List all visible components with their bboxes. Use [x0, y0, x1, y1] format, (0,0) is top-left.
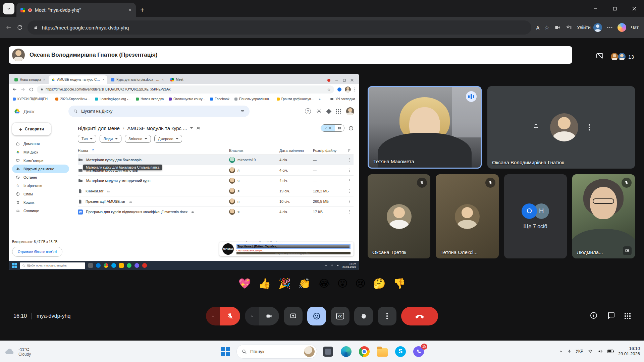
reaction-clap[interactable]: 👏	[298, 279, 311, 289]
video-tile-makhometa[interactable]: Тетяна Махомета	[368, 86, 482, 169]
tab-close-icon[interactable]: ×	[43, 78, 45, 81]
share-person-icon[interactable]	[196, 126, 201, 130]
video-tile-tretiak[interactable]: Оксана Третяк	[368, 174, 430, 258]
whatsapp-icon[interactable]	[127, 263, 131, 268]
back-icon[interactable]	[12, 87, 17, 92]
tray-chevron-icon[interactable]	[558, 350, 563, 353]
tab-close-icon[interactable]	[128, 8, 132, 12]
start-icon[interactable]	[12, 263, 17, 268]
volume-icon[interactable]	[597, 349, 603, 354]
column-size[interactable]: Розмір файлу	[313, 148, 345, 153]
app-icon[interactable]	[142, 263, 147, 268]
wifi-icon[interactable]	[330, 264, 334, 267]
sidebar-item-shared-with-me[interactable]: Відкриті для мене	[12, 165, 69, 173]
bookmark-item[interactable]: Новая вкладка	[136, 97, 164, 101]
new-tab-button[interactable]	[137, 5, 147, 15]
file-row[interactable]: Матеріали модуля у методичний курс я 4 с…	[78, 176, 354, 186]
row-menu-icon[interactable]	[345, 210, 354, 214]
row-menu-icon[interactable]	[345, 179, 354, 183]
close-button[interactable]	[625, 0, 644, 17]
mic-mute-button[interactable]	[220, 307, 240, 325]
camera-options-chevron[interactable]	[245, 307, 259, 325]
volume-icon[interactable]	[336, 264, 340, 267]
refresh-icon[interactable]	[29, 87, 34, 92]
tab-close-icon[interactable]: ×	[103, 78, 105, 81]
file-row[interactable]: Матеріали курсу для бакалаврів mironets1…	[78, 155, 354, 165]
language-indicator[interactable]: УКР	[576, 349, 583, 354]
drive-search[interactable]: Шукати на Диску	[68, 106, 250, 117]
video-tile-liudmyla[interactable]: Людмила...	[572, 174, 635, 258]
filter-tune-icon[interactable]	[240, 109, 245, 113]
settings-gear-icon[interactable]	[316, 109, 322, 114]
reaction-sad[interactable]: 😢	[355, 279, 366, 289]
raise-hand-button[interactable]	[354, 307, 373, 325]
activities-grid-icon[interactable]	[625, 313, 631, 319]
chevron-up-icon[interactable]	[324, 264, 328, 267]
signin-button[interactable]: Увійти	[577, 23, 602, 32]
get-more-storage-button[interactable]: Отримати більше пам'яті	[12, 247, 62, 257]
breadcrumb-caret-icon[interactable]	[190, 127, 193, 130]
tab-actions-button[interactable]	[3, 3, 14, 14]
reaction-party[interactable]: 🎉	[278, 279, 291, 289]
battery-icon[interactable]	[607, 350, 614, 354]
chat-icon[interactable]	[607, 311, 615, 321]
close-icon[interactable]	[351, 79, 354, 82]
favorite-star-icon[interactable]	[544, 24, 549, 31]
row-menu-icon[interactable]	[345, 168, 354, 172]
bookmark-star-icon[interactable]: ☆	[327, 87, 331, 92]
sidebar-item-mydrive[interactable]: Мій диск	[12, 148, 69, 156]
file-row[interactable]: Програма для курсів підвищення кваліфіка…	[78, 207, 354, 217]
list-view-toggle[interactable]	[321, 125, 335, 131]
taskbar-search[interactable]: Пошук	[236, 345, 317, 359]
sidebar-item-storage[interactable]: Сховище	[12, 206, 69, 215]
reaction-surprised[interactable]: 😮	[337, 279, 348, 289]
browser-tab[interactable]: Meet: "mya-dvdp-yhq"	[16, 3, 136, 17]
column-name[interactable]: Назва	[78, 148, 229, 153]
more-options-button[interactable]	[378, 307, 396, 325]
details-info-icon[interactable]	[348, 126, 354, 131]
reactions-button[interactable]	[307, 307, 326, 325]
bookmark-item[interactable]: КУРСИ ПІДВИЩЕН...	[13, 97, 50, 101]
shared-search-box[interactable]: Щоби почати пошук, введіть	[20, 262, 85, 269]
shared-address-bar[interactable]: https://drive.google.com/drive/folders/1…	[37, 85, 334, 94]
file-row[interactable]: Презентації AMUSE.rar я 10 січ. 260,5 МБ	[78, 196, 354, 207]
wifi-icon[interactable]	[587, 349, 593, 354]
shared-tab[interactable]: Курс для магістрів.docx - Goo×	[108, 75, 167, 84]
chip-type[interactable]: Тип	[78, 135, 96, 143]
video-tile-others[interactable]: O H Ще 7 осіб	[504, 174, 567, 258]
camera-icon[interactable]	[554, 25, 561, 30]
column-date[interactable]: Дата змінення	[279, 148, 313, 153]
bookmark-item[interactable]: Панель управління...	[234, 97, 272, 101]
sidebar-item-spam[interactable]: Спам	[12, 190, 69, 198]
sidebar-item-starred[interactable]: ☆Із зірочкою	[12, 181, 69, 190]
viber-icon[interactable]	[135, 263, 139, 268]
tab-close-icon[interactable]: ×	[162, 78, 164, 81]
reaction-heart[interactable]: 💖	[238, 279, 251, 289]
shared-tab-active[interactable]: AMUSE модуль та курс Серед×	[49, 75, 107, 84]
taskbar-clock[interactable]: 16:10 23.01.2026	[618, 346, 640, 357]
chrome-button[interactable]	[357, 345, 371, 359]
weather-widget[interactable]: -11°C Cloudy	[4, 347, 31, 356]
row-menu-icon[interactable]	[345, 189, 354, 193]
video-tile-hnatiuk[interactable]: Оксана Володимирівна Гнатюк	[487, 86, 635, 169]
favorites-bar-icon[interactable]	[566, 24, 572, 31]
chrome-profile-avatar[interactable]	[345, 86, 351, 93]
bookmarks-overflow-icon[interactable]: »	[319, 97, 321, 101]
camera-button[interactable]	[259, 307, 279, 325]
explorer-button[interactable]	[375, 345, 389, 359]
pip-icon[interactable]	[623, 246, 632, 255]
taskview-button[interactable]	[321, 345, 335, 359]
captions-button[interactable]	[331, 307, 350, 325]
drive-brand[interactable]: Диск	[13, 108, 64, 115]
sidebar-item-trash[interactable]: Кошик	[12, 198, 69, 206]
row-menu-icon[interactable]	[345, 199, 354, 203]
chip-modified[interactable]: Змінено	[125, 135, 151, 143]
copilot-icon[interactable]	[618, 23, 626, 32]
taskview-icon[interactable]	[88, 263, 93, 268]
presentation-off-icon[interactable]	[595, 52, 604, 61]
bookmark-item[interactable]: Гранти дофінансув...	[277, 97, 314, 101]
more-menu-icon[interactable]	[607, 26, 613, 28]
minimize-icon[interactable]	[335, 79, 338, 82]
reaction-thinking[interactable]: 🤔	[373, 279, 385, 289]
chip-people[interactable]: Люди	[100, 135, 121, 143]
